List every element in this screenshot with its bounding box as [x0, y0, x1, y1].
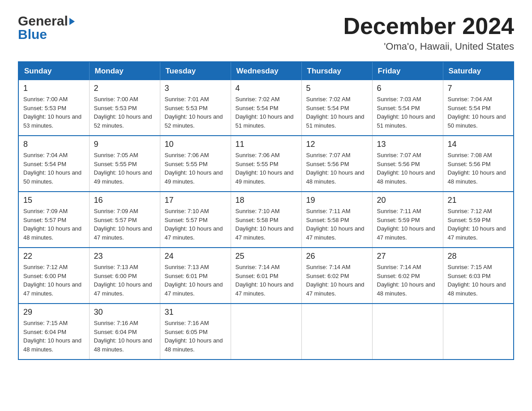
calendar-cell	[231, 304, 301, 360]
day-info: Sunrise: 7:16 AMSunset: 6:04 PMDaylight:…	[94, 319, 155, 354]
day-number: 19	[306, 196, 368, 205]
day-info: Sunrise: 7:15 AMSunset: 6:04 PMDaylight:…	[23, 319, 85, 354]
calendar-cell: 1Sunrise: 7:00 AMSunset: 5:53 PMDaylight…	[18, 80, 89, 136]
day-number: 31	[165, 308, 226, 317]
day-number: 30	[94, 308, 155, 317]
calendar-cell: 10Sunrise: 7:06 AMSunset: 5:55 PMDayligh…	[160, 136, 231, 192]
day-number: 15	[23, 196, 85, 205]
day-info: Sunrise: 7:14 AMSunset: 6:01 PMDaylight:…	[236, 263, 297, 298]
day-number: 18	[236, 196, 297, 205]
day-info: Sunrise: 7:07 AMSunset: 5:56 PMDaylight:…	[377, 151, 438, 186]
col-header-wednesday: Wednesday	[231, 62, 301, 80]
day-number: 24	[165, 252, 226, 261]
calendar-week-row: 22Sunrise: 7:12 AMSunset: 6:00 PMDayligh…	[18, 248, 514, 304]
day-info: Sunrise: 7:14 AMSunset: 6:02 PMDaylight:…	[306, 263, 368, 298]
day-info: Sunrise: 7:14 AMSunset: 6:02 PMDaylight:…	[377, 263, 438, 298]
day-info: Sunrise: 7:07 AMSunset: 5:56 PMDaylight:…	[306, 151, 368, 186]
col-header-saturday: Saturday	[443, 62, 514, 80]
day-info: Sunrise: 7:00 AMSunset: 5:53 PMDaylight:…	[23, 95, 85, 130]
calendar-cell: 12Sunrise: 7:07 AMSunset: 5:56 PMDayligh…	[301, 136, 372, 192]
day-info: Sunrise: 7:05 AMSunset: 5:55 PMDaylight:…	[94, 151, 155, 186]
day-number: 4	[236, 84, 297, 93]
day-number: 2	[94, 84, 155, 93]
calendar-cell: 19Sunrise: 7:11 AMSunset: 5:58 PMDayligh…	[301, 192, 372, 248]
calendar-week-row: 15Sunrise: 7:09 AMSunset: 5:57 PMDayligh…	[18, 192, 514, 248]
day-number: 17	[165, 196, 226, 205]
day-info: Sunrise: 7:01 AMSunset: 5:53 PMDaylight:…	[165, 95, 226, 130]
day-info: Sunrise: 7:12 AMSunset: 6:00 PMDaylight:…	[23, 263, 85, 298]
calendar-week-row: 1Sunrise: 7:00 AMSunset: 5:53 PMDaylight…	[18, 80, 514, 136]
day-number: 26	[306, 252, 368, 261]
day-info: Sunrise: 7:09 AMSunset: 5:57 PMDaylight:…	[23, 207, 85, 242]
day-number: 3	[165, 84, 226, 93]
calendar-cell	[372, 304, 443, 360]
calendar-cell: 3Sunrise: 7:01 AMSunset: 5:53 PMDaylight…	[160, 80, 231, 136]
day-number: 23	[94, 252, 155, 261]
day-info: Sunrise: 7:04 AMSunset: 5:54 PMDaylight:…	[23, 151, 85, 186]
calendar-week-row: 8Sunrise: 7:04 AMSunset: 5:54 PMDaylight…	[18, 136, 514, 192]
day-info: Sunrise: 7:15 AMSunset: 6:03 PMDaylight:…	[448, 263, 509, 298]
calendar-table: SundayMondayTuesdayWednesdayThursdayFrid…	[18, 61, 514, 360]
day-number: 21	[448, 196, 509, 205]
day-number: 12	[306, 140, 368, 149]
day-info: Sunrise: 7:06 AMSunset: 5:55 PMDaylight:…	[236, 151, 297, 186]
logo-blue: Blue	[18, 27, 47, 42]
day-number: 11	[236, 140, 297, 149]
calendar-cell: 14Sunrise: 7:08 AMSunset: 5:56 PMDayligh…	[443, 136, 514, 192]
logo-triangle-icon	[69, 18, 75, 25]
calendar-cell: 27Sunrise: 7:14 AMSunset: 6:02 PMDayligh…	[372, 248, 443, 304]
day-info: Sunrise: 7:08 AMSunset: 5:56 PMDaylight:…	[448, 151, 509, 186]
calendar-cell: 31Sunrise: 7:16 AMSunset: 6:05 PMDayligh…	[160, 304, 231, 360]
calendar-header-row: SundayMondayTuesdayWednesdayThursdayFrid…	[18, 62, 514, 80]
col-header-thursday: Thursday	[301, 62, 372, 80]
day-info: Sunrise: 7:04 AMSunset: 5:54 PMDaylight:…	[448, 95, 509, 130]
calendar-cell: 11Sunrise: 7:06 AMSunset: 5:55 PMDayligh…	[231, 136, 301, 192]
calendar-cell: 17Sunrise: 7:10 AMSunset: 5:57 PMDayligh…	[160, 192, 231, 248]
calendar-cell: 20Sunrise: 7:11 AMSunset: 5:59 PMDayligh…	[372, 192, 443, 248]
calendar-cell: 15Sunrise: 7:09 AMSunset: 5:57 PMDayligh…	[18, 192, 89, 248]
calendar-cell: 21Sunrise: 7:12 AMSunset: 5:59 PMDayligh…	[443, 192, 514, 248]
day-number: 7	[448, 84, 509, 93]
calendar-cell: 7Sunrise: 7:04 AMSunset: 5:54 PMDaylight…	[443, 80, 514, 136]
day-number: 16	[94, 196, 155, 205]
page-header: General Blue December 2024 'Oma'o, Hawai…	[18, 13, 514, 52]
calendar-cell: 29Sunrise: 7:15 AMSunset: 6:04 PMDayligh…	[18, 304, 89, 360]
calendar-cell: 8Sunrise: 7:04 AMSunset: 5:54 PMDaylight…	[18, 136, 89, 192]
day-number: 22	[23, 252, 85, 261]
title-section: December 2024 'Oma'o, Hawaii, United Sta…	[343, 13, 514, 52]
calendar-cell: 26Sunrise: 7:14 AMSunset: 6:02 PMDayligh…	[301, 248, 372, 304]
calendar-cell: 13Sunrise: 7:07 AMSunset: 5:56 PMDayligh…	[372, 136, 443, 192]
day-info: Sunrise: 7:10 AMSunset: 5:57 PMDaylight:…	[165, 207, 226, 242]
day-info: Sunrise: 7:02 AMSunset: 5:54 PMDaylight:…	[236, 95, 297, 130]
calendar-week-row: 29Sunrise: 7:15 AMSunset: 6:04 PMDayligh…	[18, 304, 514, 360]
day-number: 29	[23, 308, 85, 317]
day-number: 6	[377, 84, 438, 93]
day-number: 13	[377, 140, 438, 149]
calendar-cell	[301, 304, 372, 360]
day-number: 14	[448, 140, 509, 149]
day-info: Sunrise: 7:11 AMSunset: 5:59 PMDaylight:…	[377, 207, 438, 242]
calendar-cell: 4Sunrise: 7:02 AMSunset: 5:54 PMDaylight…	[231, 80, 301, 136]
calendar-cell: 24Sunrise: 7:13 AMSunset: 6:01 PMDayligh…	[160, 248, 231, 304]
day-number: 9	[94, 140, 155, 149]
calendar-cell: 6Sunrise: 7:03 AMSunset: 5:54 PMDaylight…	[372, 80, 443, 136]
day-number: 27	[377, 252, 438, 261]
day-info: Sunrise: 7:13 AMSunset: 6:00 PMDaylight:…	[94, 263, 155, 298]
day-number: 28	[448, 252, 509, 261]
day-info: Sunrise: 7:06 AMSunset: 5:55 PMDaylight:…	[165, 151, 226, 186]
calendar-cell: 18Sunrise: 7:10 AMSunset: 5:58 PMDayligh…	[231, 192, 301, 248]
calendar-cell: 25Sunrise: 7:14 AMSunset: 6:01 PMDayligh…	[231, 248, 301, 304]
day-info: Sunrise: 7:16 AMSunset: 6:05 PMDaylight:…	[165, 319, 226, 354]
day-number: 25	[236, 252, 297, 261]
calendar-cell: 28Sunrise: 7:15 AMSunset: 6:03 PMDayligh…	[443, 248, 514, 304]
day-number: 20	[377, 196, 438, 205]
month-title: December 2024	[343, 13, 514, 39]
col-header-monday: Monday	[89, 62, 160, 80]
calendar-cell: 9Sunrise: 7:05 AMSunset: 5:55 PMDaylight…	[89, 136, 160, 192]
day-info: Sunrise: 7:00 AMSunset: 5:53 PMDaylight:…	[94, 95, 155, 130]
day-info: Sunrise: 7:09 AMSunset: 5:57 PMDaylight:…	[94, 207, 155, 242]
day-info: Sunrise: 7:02 AMSunset: 5:54 PMDaylight:…	[306, 95, 368, 130]
calendar-cell: 16Sunrise: 7:09 AMSunset: 5:57 PMDayligh…	[89, 192, 160, 248]
col-header-sunday: Sunday	[18, 62, 89, 80]
col-header-tuesday: Tuesday	[160, 62, 231, 80]
